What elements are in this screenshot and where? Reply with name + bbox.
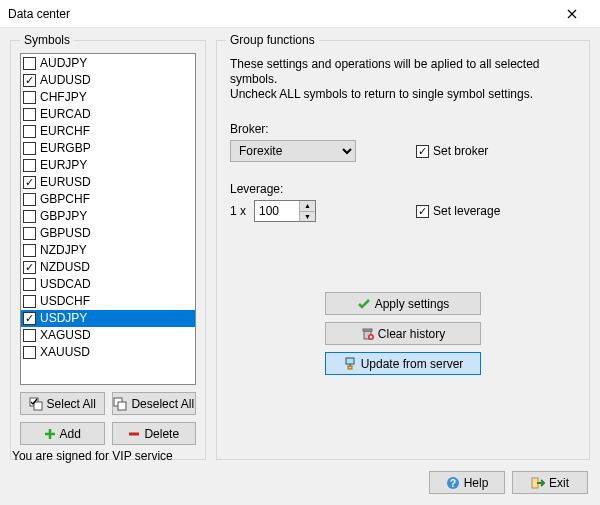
symbol-row[interactable]: USDCAD: [21, 276, 195, 293]
button-label: Help: [464, 476, 489, 490]
broker-label: Broker:: [230, 122, 576, 136]
leverage-section: Leverage: 1 x ▲ ▼ ✓ Set leverage: [230, 182, 576, 222]
svg-rect-6: [363, 329, 372, 331]
symbol-name: XAGUSD: [40, 327, 91, 344]
symbol-row[interactable]: EURCAD: [21, 106, 195, 123]
select-all-button[interactable]: Select All: [20, 392, 105, 415]
button-label: Exit: [549, 476, 569, 490]
server-icon: [343, 357, 357, 371]
checkbox-icon[interactable]: [23, 108, 36, 121]
close-button[interactable]: [552, 2, 592, 26]
symbol-row[interactable]: GBPCHF: [21, 191, 195, 208]
exit-icon: [531, 476, 545, 490]
checkbox-icon[interactable]: [23, 244, 36, 257]
button-label: Add: [60, 427, 81, 441]
symbol-name: GBPUSD: [40, 225, 91, 242]
exit-button[interactable]: Exit: [512, 471, 588, 494]
leverage-spinner[interactable]: ▲ ▼: [254, 200, 316, 222]
symbol-name: EURUSD: [40, 174, 91, 191]
symbol-name: GBPCHF: [40, 191, 90, 208]
symbol-list[interactable]: AUDJPY✓AUDUSDCHFJPYEURCADEURCHFEURGBPEUR…: [20, 53, 196, 385]
symbol-row[interactable]: EURGBP: [21, 140, 195, 157]
checkbox-icon[interactable]: [23, 210, 36, 223]
checkbox-icon[interactable]: [23, 91, 36, 104]
help-button[interactable]: ? Help: [429, 471, 505, 494]
deselect-all-button[interactable]: Deselect All: [112, 392, 197, 415]
symbol-row[interactable]: USDCHF: [21, 293, 195, 310]
checkbox-icon[interactable]: ✓: [23, 261, 36, 274]
svg-rect-4: [129, 432, 139, 435]
svg-rect-8: [346, 358, 354, 364]
symbol-row[interactable]: CHFJPY: [21, 89, 195, 106]
symbol-row[interactable]: XAUUSD: [21, 344, 195, 361]
symbols-legend: Symbols: [20, 33, 74, 47]
set-leverage-checkbox[interactable]: ✓ Set leverage: [416, 204, 500, 218]
svg-rect-3: [118, 402, 126, 410]
symbol-name: USDJPY: [40, 310, 87, 327]
symbol-name: AUDUSD: [40, 72, 91, 89]
checkbox-icon[interactable]: [23, 142, 36, 155]
symbol-row[interactable]: NZDJPY: [21, 242, 195, 259]
symbol-name: EURCHF: [40, 123, 90, 140]
leverage-input[interactable]: [255, 201, 299, 221]
status-text: You are signed for VIP service: [12, 449, 173, 463]
checkbox-icon[interactable]: [23, 57, 36, 70]
help-icon: ?: [446, 476, 460, 490]
group-action-buttons: Apply settings Clear history Update from…: [226, 292, 580, 375]
spinner-down-icon[interactable]: ▼: [300, 212, 315, 222]
update-from-server-button[interactable]: Update from server: [325, 352, 481, 375]
svg-rect-9: [348, 366, 352, 369]
symbol-name: USDCHF: [40, 293, 90, 310]
spinner-arrows[interactable]: ▲ ▼: [299, 201, 315, 221]
checkbox-icon[interactable]: [23, 227, 36, 240]
leverage-prefix: 1 x: [230, 204, 254, 218]
button-label: Apply settings: [375, 297, 450, 311]
symbol-row[interactable]: ✓USDJPY: [21, 310, 195, 327]
spinner-up-icon[interactable]: ▲: [300, 201, 315, 212]
button-label: Select All: [47, 397, 96, 411]
checkbox-icon[interactable]: [23, 278, 36, 291]
symbol-row[interactable]: GBPJPY: [21, 208, 195, 225]
minus-icon: [128, 428, 140, 440]
symbol-name: XAUUSD: [40, 344, 90, 361]
checkbox-icon[interactable]: [23, 159, 36, 172]
set-broker-checkbox[interactable]: ✓ Set broker: [416, 144, 488, 158]
symbol-row[interactable]: ✓EURUSD: [21, 174, 195, 191]
trash-icon: [361, 327, 374, 340]
symbol-name: USDCAD: [40, 276, 91, 293]
symbol-row[interactable]: GBPUSD: [21, 225, 195, 242]
symbol-row[interactable]: ✓AUDUSD: [21, 72, 195, 89]
checkbox-icon: ✓: [416, 205, 429, 218]
symbol-row[interactable]: EURCHF: [21, 123, 195, 140]
plus-icon: [44, 428, 56, 440]
apply-settings-button[interactable]: Apply settings: [325, 292, 481, 315]
group-functions-legend: Group functions: [226, 33, 319, 47]
group-info: These settings and operations will be ap…: [230, 57, 576, 102]
symbol-row[interactable]: ✓NZDUSD: [21, 259, 195, 276]
checkbox-icon[interactable]: [23, 193, 36, 206]
checkbox-label: Set leverage: [433, 204, 500, 218]
checkbox-icon[interactable]: ✓: [23, 74, 36, 87]
checkbox-icon[interactable]: [23, 346, 36, 359]
svg-rect-1: [34, 402, 42, 410]
close-icon: [567, 9, 577, 19]
svg-text:?: ?: [450, 478, 456, 489]
symbol-row[interactable]: AUDJPY: [21, 55, 195, 72]
clear-history-button[interactable]: Clear history: [325, 322, 481, 345]
checkbox-icon[interactable]: [23, 125, 36, 138]
checkbox-icon[interactable]: ✓: [23, 176, 36, 189]
symbol-row[interactable]: XAGUSD: [21, 327, 195, 344]
dialog-content: Symbols AUDJPY✓AUDUSDCHFJPYEURCADEURCHFE…: [0, 28, 600, 505]
add-button[interactable]: Add: [20, 422, 105, 445]
broker-select[interactable]: Forexite: [230, 140, 356, 162]
symbol-name: EURJPY: [40, 157, 87, 174]
delete-button[interactable]: Delete: [112, 422, 197, 445]
checkbox-icon[interactable]: [23, 295, 36, 308]
checkbox-icon[interactable]: ✓: [23, 312, 36, 325]
checkbox-icon[interactable]: [23, 329, 36, 342]
symbol-name: NZDJPY: [40, 242, 87, 259]
symbol-name: NZDUSD: [40, 259, 90, 276]
symbol-row[interactable]: EURJPY: [21, 157, 195, 174]
button-label: Clear history: [378, 327, 445, 341]
checkbox-icon: ✓: [416, 145, 429, 158]
